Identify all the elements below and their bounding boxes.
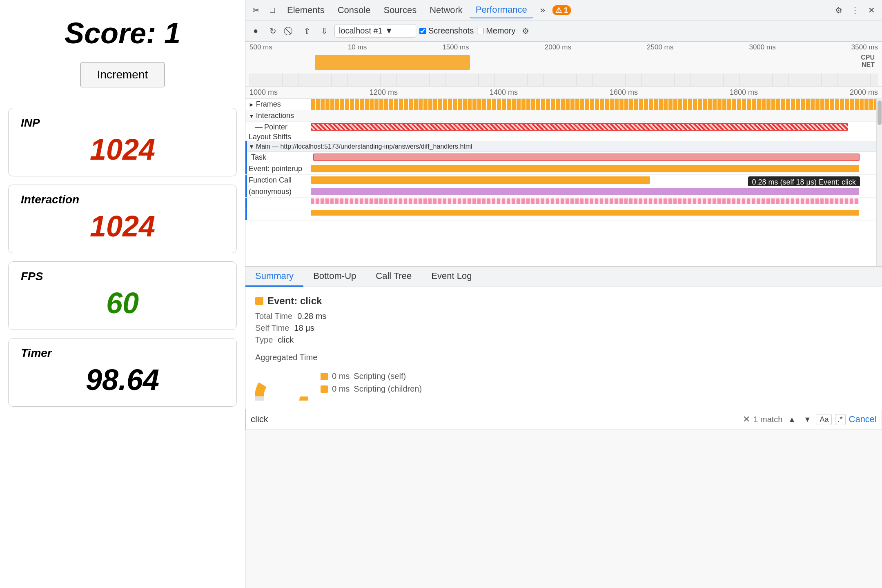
svg-point-1 (259, 374, 304, 401)
tab-summary[interactable]: Summary (245, 267, 303, 287)
inp-label: INP (21, 116, 224, 129)
anonymous-content[interactable] (311, 186, 876, 197)
devtools-topbar: ✂ □ Elements Console Sources Network Per… (245, 0, 882, 20)
pink-row (245, 198, 876, 209)
devtools-select-icon[interactable]: ✂ (249, 3, 263, 18)
event-pointerup-content[interactable] (311, 163, 876, 174)
self-time-label: Self Time (255, 323, 289, 333)
clear-icon[interactable]: ⃠ (283, 24, 297, 38)
score-display: Score: 1 (65, 16, 180, 50)
download-icon[interactable]: ⇩ (317, 24, 331, 38)
timer-value: 98.64 (21, 363, 224, 396)
layout-shifts-label[interactable]: Layout Shifts (245, 133, 311, 141)
frames-chevron[interactable]: ► (249, 101, 254, 108)
score-value: 1 (164, 17, 180, 49)
frames-bar (311, 99, 876, 110)
bottom-tabs: Summary Bottom-Up Call Tree Event Log Ev… (245, 266, 882, 409)
screenshots-checkbox[interactable] (419, 28, 426, 34)
event-color-dot (255, 297, 263, 305)
layout-shifts-text: Layout Shifts (249, 133, 291, 141)
search-input[interactable] (251, 414, 739, 425)
function-call-bar[interactable] (311, 176, 650, 184)
tab-performance[interactable]: Performance (470, 2, 533, 18)
screenshot-strip (249, 74, 878, 86)
self-time-row: Self Time 18 μs (255, 323, 872, 333)
search-bar: ✕ 1 match ▲ ▼ Aa .* Cancel (245, 409, 882, 430)
search-prev-button[interactable]: ▲ (786, 413, 798, 425)
interaction-value: 1024 (21, 209, 224, 243)
bottom-tab-bar: Summary Bottom-Up Call Tree Event Log (245, 267, 882, 287)
tab-network[interactable]: Network (424, 2, 468, 18)
main-section-header[interactable]: ▼ Main — http://localhost:5173/understan… (245, 141, 876, 152)
more-settings-icon[interactable]: ⚙ (519, 24, 532, 38)
tab-elements[interactable]: Elements (281, 2, 330, 18)
overview-timeline[interactable]: 500 ms 10 ms 1500 ms 2000 ms 2500 ms 300… (245, 42, 882, 87)
close-icon[interactable]: ✕ (864, 3, 879, 18)
right-scrollbar[interactable] (876, 99, 882, 266)
memory-label: Memory (486, 26, 515, 36)
tab-event-log[interactable]: Event Log (421, 267, 481, 287)
total-time-value: 0.28 ms (297, 312, 326, 321)
pointer-bar[interactable] (311, 123, 848, 131)
pointer-content[interactable] (311, 122, 876, 133)
layout-shifts-content (311, 133, 876, 141)
scripting-children-color (321, 385, 328, 393)
aggregated-title: Aggregated Time (255, 353, 872, 362)
clear-search-button[interactable]: ✕ (743, 414, 750, 425)
left-panel: Score: 1 Increment INP 1024 Interaction … (0, 0, 245, 588)
reload-icon[interactable]: ↻ (266, 24, 280, 38)
more-icon[interactable]: ⋮ (848, 3, 862, 18)
task-bar[interactable] (313, 154, 860, 161)
screenshots-checkbox-group: Screenshots (419, 26, 474, 36)
timer-label: Timer (21, 347, 224, 360)
scroll-thumb[interactable] (878, 100, 882, 125)
cpu-bar (315, 55, 470, 70)
tab-call-tree[interactable]: Call Tree (366, 267, 421, 287)
settings-icon[interactable]: ⚙ (831, 3, 846, 18)
fps-card: FPS 60 (8, 261, 237, 330)
pointer-label: — Pointer (245, 123, 311, 131)
screenshots-label: Screenshots (428, 26, 474, 36)
type-label: Type (255, 335, 273, 345)
event-title-row: Event: click (255, 295, 872, 307)
cpu-label: CPU (861, 54, 875, 61)
function-call-content[interactable]: 0.28 ms (self 18 μs) Event: click (311, 175, 876, 186)
tab-bottom-up[interactable]: Bottom-Up (303, 267, 366, 287)
pink-row-content (311, 198, 876, 209)
search-next-button[interactable]: ▼ (801, 413, 813, 425)
trace-content: ► Frames ▼ Interactions (245, 99, 876, 266)
aggregated-section: Aggregated Time 0 ms Scripting (self) (255, 353, 872, 401)
regex-button[interactable]: .* (835, 414, 846, 425)
scripting-self-label: Scripting (self) (354, 372, 406, 381)
url-selector[interactable]: localhost #1 ▼ (334, 24, 416, 38)
total-time-label: Total Time (255, 312, 292, 321)
event-pointerup-bar[interactable] (311, 165, 859, 172)
performance-toolbar: ● ↻ ⃠ ⇧ ⇩ localhost #1 ▼ Screenshots Mem… (245, 20, 882, 42)
event-pointerup-row: Event: pointerup (245, 163, 876, 175)
memory-checkbox[interactable] (477, 28, 483, 34)
inp-value: 1024 (21, 133, 224, 166)
main-section-container: ▼ Main — http://localhost:5173/understan… (245, 141, 876, 220)
tab-sources[interactable]: Sources (378, 2, 422, 18)
upload-icon[interactable]: ⇧ (300, 24, 314, 38)
interactions-chevron[interactable]: ▼ (249, 113, 254, 119)
frames-label[interactable]: ► Frames (245, 100, 311, 109)
event-title: Event: click (267, 295, 322, 307)
main-time-ruler: 1000 ms 1200 ms 1400 ms 1600 ms 1800 ms … (245, 87, 882, 99)
tab-more[interactable]: » (535, 2, 551, 18)
search-match-info: 1 match (753, 415, 782, 424)
search-cancel-button[interactable]: Cancel (849, 414, 877, 425)
scripting-children-value: 0 ms (332, 384, 350, 394)
anonymous-bar[interactable] (311, 188, 859, 195)
devtools-dock-icon[interactable]: □ (265, 3, 280, 18)
donut-chart (255, 368, 308, 401)
tab-console[interactable]: Console (332, 2, 376, 18)
interactions-label[interactable]: ▼ Interactions (245, 111, 311, 120)
match-case-button[interactable]: Aa (817, 414, 831, 425)
aggregated-legend: 0 ms Scripting (self) 0 ms Scripting (ch… (321, 372, 422, 397)
main-section-chevron[interactable]: ▼ (249, 143, 254, 150)
fps-value: 60 (21, 286, 224, 320)
increment-button[interactable]: Increment (80, 62, 165, 87)
record-icon[interactable]: ● (249, 24, 263, 38)
task-content[interactable] (313, 152, 876, 163)
